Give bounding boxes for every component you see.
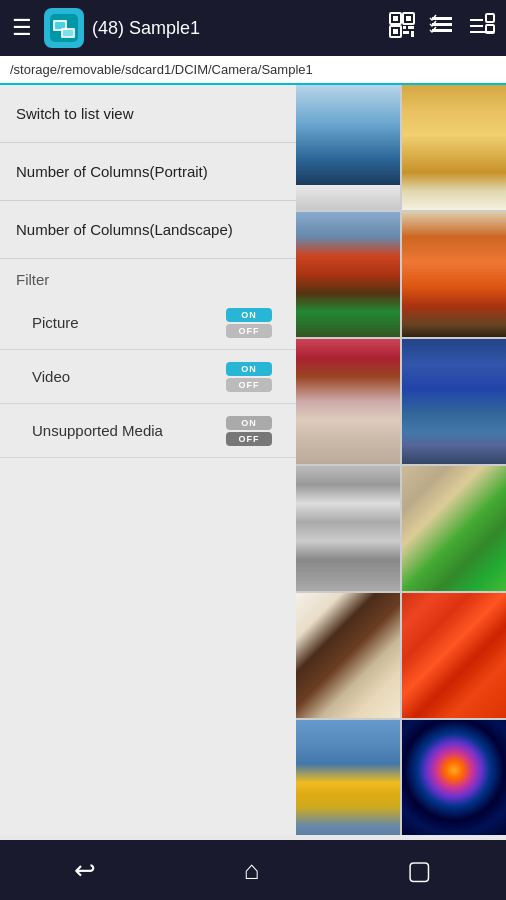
nav-bar: ↩ ⌂ ▢ [0, 840, 506, 900]
switch-to-list-view-label: Switch to list view [16, 105, 134, 122]
photo-mountain[interactable] [296, 85, 400, 210]
title-bar-actions [386, 9, 498, 47]
video-filter-label: Video [32, 368, 70, 385]
svg-rect-4 [63, 30, 73, 36]
menu-panel: Switch to list view Number of Columns(Po… [0, 85, 296, 835]
photo-temple[interactable] [296, 212, 400, 337]
picture-toggle-off: OFF [226, 324, 272, 338]
photo-grid [296, 85, 506, 835]
title-bar: ☰ (48) Sample1 [0, 0, 506, 56]
svg-rect-18 [486, 14, 494, 22]
main-area: Switch to list view Number of Columns(Po… [0, 85, 506, 835]
home-button[interactable]: ⌂ [228, 847, 276, 894]
unsupported-media-toggle-off: OFF [226, 432, 272, 446]
svg-rect-13 [403, 31, 409, 34]
svg-rect-2 [55, 22, 65, 29]
path-text: /storage/removable/sdcard1/DCIM/Camera/S… [10, 62, 313, 77]
photo-maple[interactable] [402, 593, 506, 718]
svg-rect-21 [470, 25, 483, 27]
svg-rect-8 [406, 16, 411, 21]
photo-flowers[interactable] [296, 339, 400, 464]
video-toggle-off: OFF [226, 378, 272, 392]
columns-landscape-label: Number of Columns(Landscape) [16, 221, 233, 238]
columns-portrait-item[interactable]: Number of Columns(Portrait) [0, 143, 296, 201]
photo-glass[interactable] [402, 85, 506, 210]
svg-rect-14 [411, 31, 414, 37]
photo-sunflower[interactable] [296, 720, 400, 835]
columns-landscape-item[interactable]: Number of Columns(Landscape) [0, 201, 296, 259]
video-toggle[interactable]: ON OFF [226, 362, 272, 392]
checklist-icon[interactable] [426, 9, 458, 47]
photo-ocean[interactable] [402, 339, 506, 464]
photo-fluffcat[interactable] [296, 466, 400, 591]
recents-button[interactable]: ▢ [391, 847, 448, 894]
qr-icon[interactable] [386, 9, 418, 47]
svg-rect-10 [393, 29, 398, 34]
photo-fireworks[interactable] [402, 720, 506, 835]
photo-coffee[interactable] [296, 593, 400, 718]
unsupported-media-filter-label: Unsupported Media [32, 422, 163, 439]
filter-header: Filter [0, 259, 296, 296]
photo-dog[interactable] [402, 466, 506, 591]
unsupported-media-filter-row: Unsupported Media ON OFF [0, 404, 296, 458]
video-toggle-on: ON [226, 362, 272, 376]
video-filter-row: Video ON OFF [0, 350, 296, 404]
path-bar: /storage/removable/sdcard1/DCIM/Camera/S… [0, 56, 506, 85]
picture-filter-row: Picture ON OFF [0, 296, 296, 350]
picture-filter-label: Picture [32, 314, 79, 331]
svg-rect-12 [408, 26, 414, 29]
page-title: (48) Sample1 [92, 18, 378, 39]
columns-portrait-label: Number of Columns(Portrait) [16, 163, 208, 180]
app-icon [44, 8, 84, 48]
svg-rect-22 [470, 31, 494, 33]
picture-toggle[interactable]: ON OFF [226, 308, 272, 338]
overflow-menu-icon[interactable] [466, 9, 498, 47]
unsupported-media-toggle[interactable]: ON OFF [226, 416, 272, 446]
svg-rect-6 [393, 16, 398, 21]
photo-autumn[interactable] [402, 212, 506, 337]
svg-rect-20 [470, 19, 483, 21]
svg-rect-11 [403, 26, 406, 29]
unsupported-media-toggle-on: ON [226, 416, 272, 430]
switch-to-list-view-item[interactable]: Switch to list view [0, 85, 296, 143]
hamburger-icon[interactable]: ☰ [8, 11, 36, 45]
picture-toggle-on: ON [226, 308, 272, 322]
back-button[interactable]: ↩ [58, 847, 112, 894]
